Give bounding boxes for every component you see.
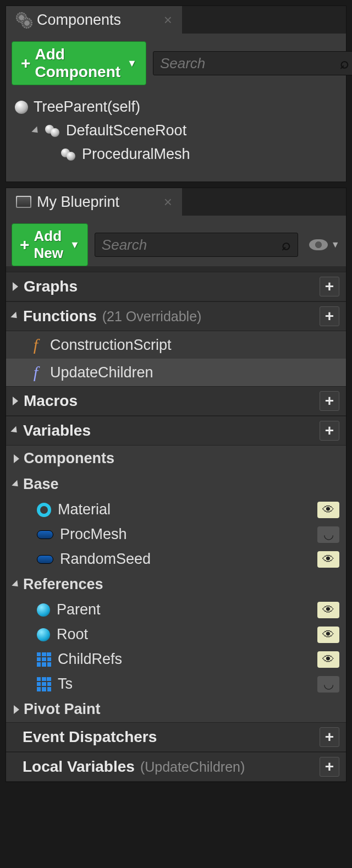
chevron-down-icon: ▼ [127,58,137,69]
myblueprint-tab[interactable]: My Blueprint × [6,188,182,216]
section-macros[interactable]: Macros + [6,386,346,416]
actor-type-icon [37,603,50,617]
section-functions[interactable]: Functions (21 Overridable) + [6,301,346,331]
vargroup-pivotpaint-label: Pivot Paint [24,701,101,718]
array-type-icon [37,652,51,667]
components-tab[interactable]: Components × [6,6,182,34]
add-variable-button[interactable]: + [320,421,339,441]
myblueprint-search[interactable]: ⌕ [95,233,298,257]
vargroup-pivotpaint[interactable]: Pivot Paint [6,696,346,722]
variable-parent[interactable]: Parent 👁 [6,597,346,622]
tree-root-row[interactable]: TreeParent(self) [12,95,340,119]
vargroup-components-label: Components [24,450,114,467]
components-search[interactable]: ⌕ [153,51,352,75]
tree-sceneroot-label: DefaultSceneRoot [66,122,186,139]
vargroup-components[interactable]: Components [6,446,346,471]
plus-icon: + [20,235,30,254]
tree-child-label: ProceduralMesh [82,146,190,163]
section-functions-sub: (21 Overridable) [102,309,202,325]
section-eventdispatchers[interactable]: Event Dispatchers + [6,722,346,752]
add-new-button[interactable]: + Add New ▼ [12,223,88,266]
plus-icon: + [21,54,31,73]
tree-child-row[interactable]: ProceduralMesh [12,142,340,166]
actor-type-icon [37,628,50,641]
section-macros-label: Macros [24,392,78,410]
add-localvariable-button[interactable]: + [320,757,339,777]
variable-procmesh[interactable]: ProcMesh [6,522,346,547]
variable-childrefs[interactable]: ChildRefs 👁 [6,647,346,672]
add-new-label: Add New [34,228,63,262]
components-tab-title: Components [37,12,121,29]
variable-label: ProcMesh [60,526,127,543]
actor-icon [15,101,28,114]
visibility-toggle[interactable]: 👁 [317,602,339,618]
variable-randomseed[interactable]: RandomSeed 👁 [6,547,346,572]
section-graphs[interactable]: Graphs + [6,272,346,301]
vargroup-references[interactable]: References [6,572,346,597]
search-icon: ⌕ [282,236,291,254]
expand-icon[interactable] [13,282,18,291]
function-item-label: UpdateChildren [50,364,153,381]
section-localvariables[interactable]: Local Variables (UpdateChildren) + [6,752,346,782]
tree-sceneroot-row[interactable]: DefaultSceneRoot [12,119,340,142]
collapse-icon[interactable] [12,480,20,488]
collapse-icon[interactable] [12,580,20,589]
expand-icon[interactable] [31,126,40,135]
expand-icon[interactable] [14,705,19,714]
add-macro-button[interactable]: + [320,391,339,411]
function-item-updatechildren[interactable]: f UpdateChildren [6,359,346,386]
section-variables-label: Variables [23,422,91,440]
chevron-down-icon: ▼ [70,239,80,251]
visibility-toggle[interactable]: 👁 [317,502,339,518]
function-icon: f [28,336,43,354]
visibility-toggle[interactable]: 👁 [317,551,339,568]
variable-label: Root [57,626,88,643]
expand-icon[interactable] [14,454,19,463]
section-localvariables-label: Local Variables [23,758,135,776]
array-type-icon [37,677,51,691]
myblueprint-search-input[interactable] [102,237,282,254]
function-item-label: ConstructionScript [50,337,172,354]
components-tree: TreeParent(self) DefaultSceneRoot Proced… [12,91,340,176]
add-eventdispatcher-button[interactable]: + [320,727,339,747]
expand-icon[interactable] [13,397,18,405]
add-function-button[interactable]: + [320,306,339,326]
close-icon[interactable]: × [164,12,172,29]
object-type-icon [37,555,53,564]
variable-label: Parent [57,601,101,618]
function-item-constructionscript[interactable]: f ConstructionScript [6,331,346,359]
components-tab-header: Components × [6,6,346,34]
gears-icon [16,12,31,28]
visibility-toggle[interactable] [317,676,339,693]
myblueprint-body: + Add New ▼ ⌕ ▼ [6,216,346,266]
myblueprint-panel: My Blueprint × + Add New ▼ ⌕ ▼ Graphs + [6,188,346,782]
components-search-input[interactable] [160,55,340,72]
vargroup-base[interactable]: Base [6,471,346,497]
visibility-toggle[interactable]: 👁 [317,651,339,668]
visibility-toggle[interactable] [317,526,339,543]
book-icon [16,196,31,208]
add-component-button[interactable]: + Add Component ▼ [12,41,146,85]
mesh-icon [61,149,76,161]
view-options-button[interactable]: ▼ [305,237,344,252]
components-body: + Add Component ▼ ⌕ TreeParent(self) Def… [6,34,346,182]
variable-root[interactable]: Root 👁 [6,622,346,647]
collapse-icon[interactable] [10,312,19,321]
add-graph-button[interactable]: + [320,277,339,296]
section-graphs-label: Graphs [24,278,78,295]
close-icon[interactable]: × [164,194,172,211]
section-functions-label: Functions [23,307,97,325]
variable-label: ChildRefs [58,651,122,668]
variable-material[interactable]: Material 👁 [6,497,346,522]
section-variables[interactable]: Variables + [6,416,346,446]
search-icon: ⌕ [340,54,349,72]
variable-label: Material [58,501,111,518]
eye-icon [309,239,328,250]
variable-ts[interactable]: Ts [6,672,346,696]
chevron-down-icon: ▼ [331,240,340,250]
components-panel: Components × + Add Component ▼ ⌕ TreePar… [6,6,346,182]
visibility-toggle[interactable]: 👁 [317,627,339,643]
section-localvariables-sub: (UpdateChildren) [140,759,245,775]
myblueprint-tab-header: My Blueprint × [6,188,346,216]
collapse-icon[interactable] [10,426,19,435]
